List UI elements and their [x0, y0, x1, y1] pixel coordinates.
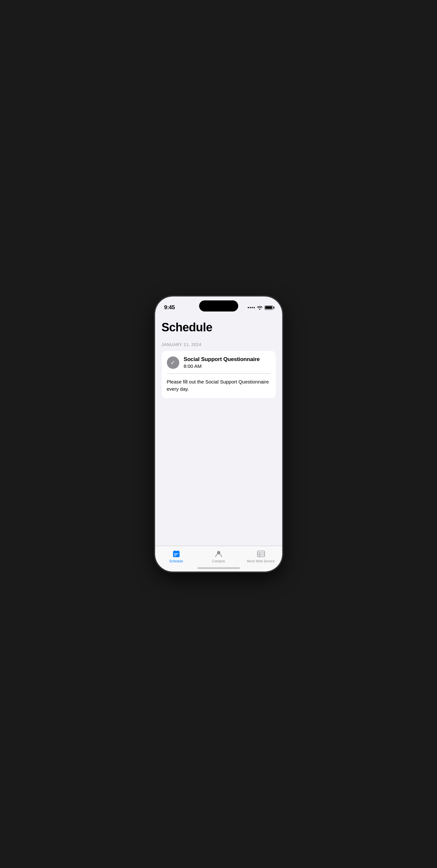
svg-rect-3: [174, 553, 179, 554]
contacts-tab-label: Contacts: [212, 559, 225, 563]
home-indicator: [197, 567, 240, 569]
schedule-tab-label: Schedule: [169, 559, 183, 563]
page-title: Schedule: [162, 320, 276, 334]
battery-icon: [264, 306, 273, 310]
card-title: Social Support Questionnaire: [184, 356, 260, 363]
svg-rect-1: [174, 550, 175, 552]
mock-web-service-tab-label: Mock Web Service: [247, 559, 275, 563]
contacts-tab-icon: [214, 549, 223, 558]
card-time: 8:00 AM: [184, 363, 260, 369]
svg-rect-7: [257, 551, 264, 557]
status-time: 9:45: [164, 304, 175, 311]
phone-screen: 9:45 Schedule J: [155, 297, 282, 571]
svg-rect-5: [174, 556, 176, 556]
svg-rect-4: [174, 555, 177, 555]
completion-check-icon: ✓: [167, 356, 179, 369]
card-description: Please fill out the Social Support Quest…: [162, 374, 276, 398]
wifi-icon: [257, 305, 263, 310]
svg-rect-0: [173, 551, 180, 557]
main-content: Schedule JANUARY 11, 2024 ✓ Social Suppo…: [155, 314, 282, 546]
status-icons: [248, 305, 273, 310]
schedule-tab-icon: [172, 549, 181, 558]
tab-schedule[interactable]: Schedule: [155, 549, 197, 563]
svg-rect-2: [177, 550, 178, 552]
schedule-card[interactable]: ✓ Social Support Questionnaire 8:00 AM P…: [162, 351, 276, 398]
checkmark-symbol: ✓: [170, 360, 175, 366]
phone-frame: 9:45 Schedule J: [155, 297, 282, 571]
cellular-signal-icon: [248, 307, 255, 308]
tab-contacts[interactable]: Contacts: [197, 549, 240, 563]
mock-web-service-tab-icon: [256, 549, 266, 558]
date-header: JANUARY 11, 2024: [162, 342, 276, 347]
card-title-group: Social Support Questionnaire 8:00 AM: [184, 356, 260, 369]
card-header: ✓ Social Support Questionnaire 8:00 AM: [162, 351, 276, 373]
tab-mock-web-service[interactable]: Mock Web Service: [240, 549, 282, 563]
dynamic-island: [199, 301, 238, 311]
